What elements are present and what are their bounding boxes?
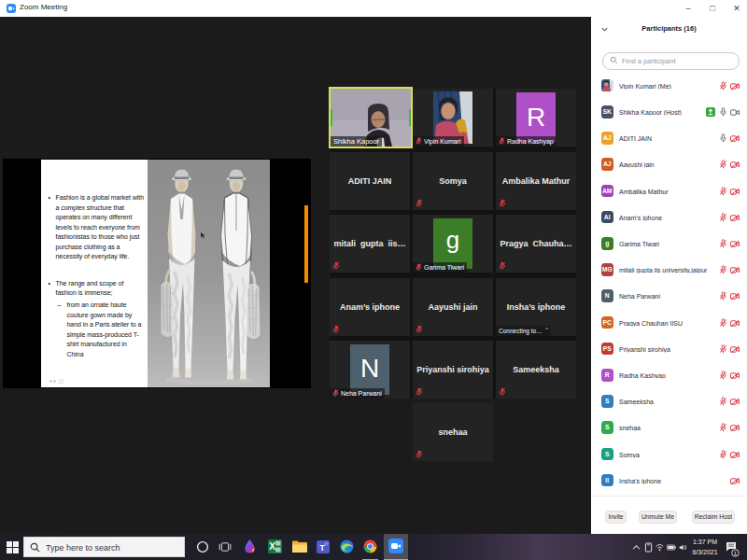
svg-text:T: T [319,543,325,553]
svg-text:X: X [269,541,275,552]
